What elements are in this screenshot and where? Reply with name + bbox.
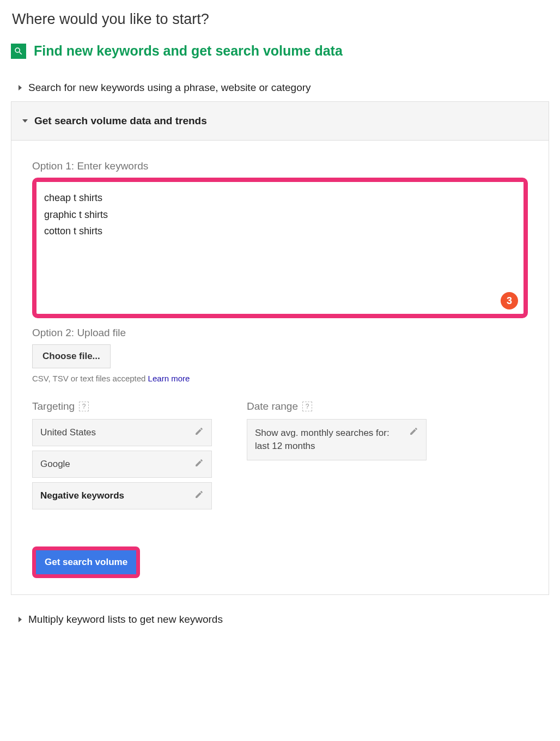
targeting-item-label: Google xyxy=(40,459,70,470)
keywords-input[interactable] xyxy=(36,182,524,312)
panel-get-search-volume: Get search volume data and trends Option… xyxy=(11,101,549,595)
daterange-label: Date range ? xyxy=(247,400,427,412)
accepted-files-text: CSV, TSV or text files accepted Learn mo… xyxy=(32,374,528,383)
targeting-network[interactable]: Google xyxy=(32,451,212,478)
accordion-search-new-keywords[interactable]: Search for new keywords using a phrase, … xyxy=(11,76,549,99)
accordion-label: Search for new keywords using a phrase, … xyxy=(28,82,311,94)
pencil-icon xyxy=(194,458,204,470)
section-title: Find new keywords and get search volume … xyxy=(34,43,343,59)
pencil-icon xyxy=(409,427,418,439)
option2-label: Option 2: Upload file xyxy=(32,327,528,339)
help-icon[interactable]: ? xyxy=(79,402,89,411)
section-header: Find new keywords and get search volume … xyxy=(11,43,549,59)
accordion-label: Get search volume data and trends xyxy=(34,115,207,127)
pencil-icon xyxy=(194,490,204,502)
accordion-get-volume-trends[interactable]: Get search volume data and trends xyxy=(11,102,549,141)
targeting-item-label: United States xyxy=(40,427,96,438)
get-search-volume-button[interactable]: Get search volume xyxy=(36,550,136,574)
chevron-down-icon xyxy=(22,119,28,123)
accordion-multiply-lists[interactable]: Multiply keyword lists to get new keywor… xyxy=(11,608,549,631)
targeting-column: Targeting ? United States Google Negativ… xyxy=(32,400,212,514)
pencil-icon xyxy=(194,427,204,439)
daterange-box[interactable]: Show avg. monthly searches for: last 12 … xyxy=(247,419,427,460)
targeting-location[interactable]: United States xyxy=(32,419,212,446)
accordion-label: Multiply keyword lists to get new keywor… xyxy=(28,614,223,625)
help-icon[interactable]: ? xyxy=(302,402,312,411)
learn-more-link[interactable]: Learn more xyxy=(148,374,190,383)
targeting-negative-keywords[interactable]: Negative keywords xyxy=(32,482,212,509)
get-volume-highlight: Get search volume xyxy=(32,546,140,578)
page-title: Where would you like to start? xyxy=(11,11,549,28)
chevron-right-icon xyxy=(19,85,22,90)
search-icon xyxy=(11,44,26,59)
step-badge: 3 xyxy=(501,292,518,309)
chevron-right-icon xyxy=(19,617,22,622)
option1-label: Option 1: Enter keywords xyxy=(32,160,528,172)
choose-file-button[interactable]: Choose file... xyxy=(32,344,111,368)
targeting-label: Targeting ? xyxy=(32,400,212,412)
targeting-item-label: Negative keywords xyxy=(40,490,124,501)
daterange-text: Show avg. monthly searches for: last 12 … xyxy=(255,427,409,453)
keywords-highlight-box: 3 xyxy=(32,178,528,318)
daterange-column: Date range ? Show avg. monthly searches … xyxy=(247,400,427,514)
